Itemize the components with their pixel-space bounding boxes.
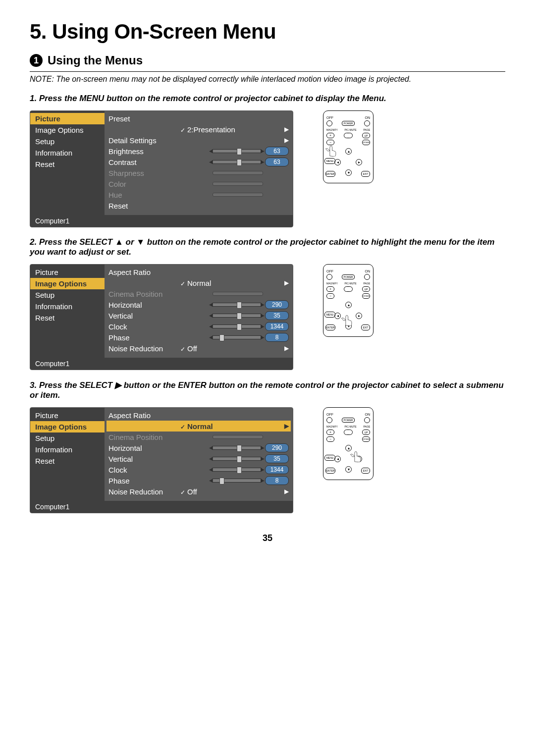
osd-screenshot-3: PictureImage OptionsSetupInformationRese… bbox=[30, 407, 293, 513]
osd-row: Normal▶ bbox=[108, 277, 289, 288]
value-pill: 63 bbox=[265, 158, 289, 166]
osd-row-value: Off bbox=[187, 344, 197, 353]
slider-icon: ◀▶ bbox=[212, 468, 262, 472]
value-pill: 1344 bbox=[265, 322, 289, 331]
osd-row: Vertical◀▶35 bbox=[108, 310, 289, 321]
check-icon bbox=[180, 422, 187, 431]
remote-menu-button: MENU bbox=[324, 455, 335, 461]
slider-icon: ◀▶ bbox=[212, 335, 262, 339]
remote-page-label: PAGE bbox=[363, 425, 370, 428]
remote-off-button bbox=[326, 417, 332, 423]
slider-icon: ◀▶ bbox=[212, 446, 262, 450]
osd-row: Detail Settings▶ bbox=[108, 135, 289, 146]
osd-row-label: Sharpness bbox=[108, 169, 180, 177]
osd-nav-item: Picture bbox=[30, 113, 105, 124]
osd-row: Brightness◀▶63 bbox=[108, 146, 289, 157]
arrow-right-icon: ▶ bbox=[281, 126, 289, 133]
remote-picmute-label: PIC-MUTE bbox=[345, 282, 357, 285]
osd-row: Clock◀▶1344 bbox=[108, 321, 289, 332]
osd-row-label: Noise Reduction bbox=[108, 487, 180, 496]
arrow-right-icon: ▶ bbox=[281, 423, 289, 430]
osd-row-label: Cinema Position bbox=[108, 290, 180, 298]
remote-dpad: MENU ▴ ▾ ◂ ▸ ENTER EXIT bbox=[334, 302, 362, 329]
osd-row: Normal▶ bbox=[107, 421, 291, 432]
divider bbox=[30, 71, 505, 72]
osd-row-label: Horizontal bbox=[108, 444, 180, 452]
step-3-text: 3. Press the SELECT ▶ button or the ENTE… bbox=[30, 380, 505, 400]
remote-left-button: ◂ bbox=[334, 456, 341, 462]
slider-icon: ◀▶ bbox=[212, 303, 262, 307]
remote-down-button: ▾ bbox=[345, 169, 352, 176]
remote-magnify-plus-button: + bbox=[326, 133, 334, 138]
remote-off-label: OFF bbox=[326, 116, 333, 119]
osd-nav-item: Information bbox=[30, 301, 105, 312]
remote-menu-button: MENU bbox=[324, 312, 335, 318]
remote-picmute-button bbox=[344, 430, 353, 435]
remote-diagram-2: OFF ON POWER MAGNIFY PIC-MUTE PAGE + UP … bbox=[323, 264, 374, 337]
osd-row-label: Reset bbox=[108, 202, 180, 210]
osd-row-label: Clock bbox=[108, 323, 180, 331]
check-icon bbox=[180, 344, 187, 353]
remote-off-button bbox=[326, 120, 332, 126]
remote-exit-button: EXIT bbox=[361, 324, 370, 330]
remote-magnify-label: MAGNIFY bbox=[326, 425, 338, 428]
remote-magnify-minus-button: − bbox=[326, 436, 334, 442]
osd-row: Horizontal◀▶290 bbox=[108, 442, 289, 453]
osd-row-label: Brightness bbox=[108, 147, 180, 156]
osd-row-label: Cinema Position bbox=[108, 433, 180, 441]
osd-nav-item: Setup bbox=[30, 432, 105, 444]
remote-page-up-button: UP bbox=[362, 430, 370, 435]
remote-magnify-label: MAGNIFY bbox=[326, 128, 338, 131]
remote-enter-button: ENTER bbox=[325, 324, 335, 330]
remote-magnify-label: MAGNIFY bbox=[326, 282, 338, 285]
remote-down-button: ▾ bbox=[345, 323, 352, 329]
remote-power-label: POWER bbox=[342, 418, 355, 423]
section-bullet-icon: 1 bbox=[30, 54, 43, 67]
remote-enter-button: ENTER bbox=[325, 171, 335, 177]
remote-page-down-button: DOWN bbox=[362, 140, 370, 145]
osd-nav-item: Information bbox=[30, 147, 105, 159]
remote-right-button: ▸ bbox=[356, 159, 362, 165]
osd-nav-item: Setup bbox=[30, 289, 105, 301]
remote-on-label: ON bbox=[365, 270, 371, 273]
osd-row-label: Color bbox=[108, 180, 180, 188]
slider-icon: ◀▶ bbox=[212, 149, 262, 153]
page-number: 35 bbox=[30, 533, 505, 543]
remote-dpad: MENU ▴ ▾ ◂ ▸ ENTER EXIT bbox=[334, 148, 362, 176]
value-pill: 290 bbox=[265, 300, 289, 309]
section-heading: 1 Using the Menus bbox=[30, 54, 505, 67]
remote-up-button: ▴ bbox=[345, 148, 352, 155]
remote-magnify-minus-button: − bbox=[326, 293, 334, 299]
remote-exit-button: EXIT bbox=[361, 171, 370, 177]
chapter-title: 5. Using On-Screen Menu bbox=[30, 20, 505, 44]
value-pill: 63 bbox=[265, 147, 289, 156]
remote-right-button: ▸ bbox=[356, 313, 362, 319]
remote-off-label: OFF bbox=[326, 413, 333, 416]
remote-magnify-minus-button: − bbox=[326, 140, 334, 145]
osd-row-label: Aspect Ratio bbox=[108, 411, 180, 420]
osd-row-label: Horizontal bbox=[108, 301, 180, 309]
osd-row: Sharpness bbox=[108, 167, 289, 178]
remote-picmute-button bbox=[344, 286, 353, 292]
osd-row-label: Clock bbox=[108, 466, 180, 474]
osd-row: Color bbox=[108, 178, 289, 189]
remote-page-label: PAGE bbox=[363, 128, 370, 131]
remote-enter-button: ENTER bbox=[325, 468, 335, 474]
osd-row: Cinema Position bbox=[108, 432, 289, 442]
arrow-right-icon: ▶ bbox=[281, 345, 289, 352]
arrow-right-icon: ▶ bbox=[281, 488, 289, 495]
slider-icon bbox=[213, 171, 263, 175]
osd-row: Contrast◀▶63 bbox=[108, 157, 289, 167]
remote-power-label: POWER bbox=[342, 274, 355, 279]
section-title: Using the Menus bbox=[48, 54, 143, 67]
osd-row-label: Phase bbox=[108, 477, 180, 485]
osd-nav: PictureImage OptionsSetupInformationRese… bbox=[30, 265, 105, 358]
osd-row: Preset bbox=[108, 113, 289, 124]
osd-row: Phase◀▶8 bbox=[108, 475, 289, 486]
osd-row-value: 2:Presentation bbox=[187, 125, 235, 134]
osd-row: Hue bbox=[108, 189, 289, 200]
slider-icon: ◀▶ bbox=[212, 314, 262, 318]
remote-picmute-label: PIC-MUTE bbox=[345, 425, 357, 428]
remote-page-down-button: DOWN bbox=[362, 436, 370, 442]
osd-nav-item: Reset bbox=[30, 455, 105, 467]
